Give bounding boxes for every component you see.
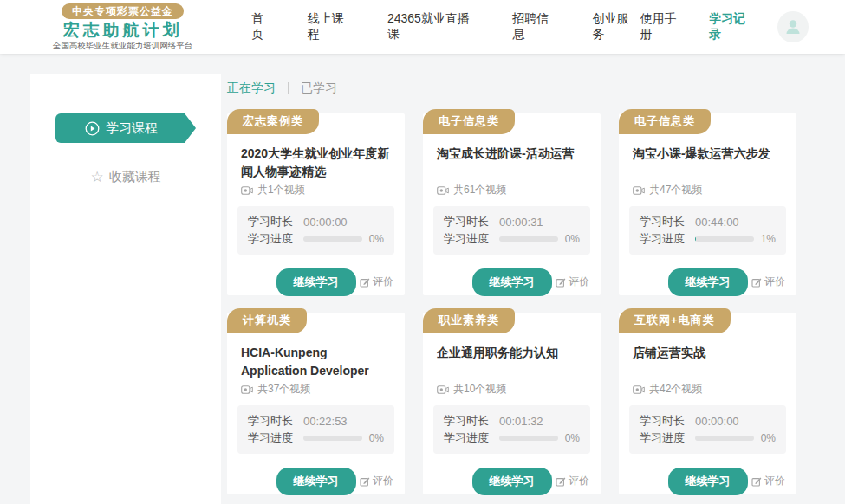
- progress-bar: [499, 436, 558, 441]
- edit-icon: [360, 476, 370, 487]
- progress-row: 学习进度 0%: [248, 430, 384, 447]
- progress-label: 学习进度: [444, 430, 489, 446]
- duration-label: 学习时长: [248, 214, 293, 229]
- card-footer: 继续学习 评价: [619, 268, 796, 293]
- evaluate-label: 评价: [764, 474, 785, 488]
- stats-box: 学习时长 00:22:53 学习进度 0%: [237, 405, 394, 454]
- progress-bar: [303, 436, 362, 441]
- continue-learning-button[interactable]: 继续学习: [668, 468, 748, 495]
- duration-row: 学习时长 00:00:31: [444, 213, 580, 230]
- continue-learning-button[interactable]: 继续学习: [472, 268, 552, 296]
- edit-icon: [556, 277, 566, 288]
- sidebar-item-label: 收藏课程: [109, 169, 161, 185]
- learning-record-link[interactable]: 学习记录: [709, 11, 757, 42]
- edit-icon: [751, 277, 762, 288]
- video-camera-icon: [437, 185, 449, 196]
- person-icon: [783, 17, 803, 36]
- card-footer: 继续学习 评价: [227, 268, 405, 293]
- brand-logo: 中央专项彩票公益金 宏志助航计划 全国高校毕业生就业能力培训网络平台: [30, 3, 215, 50]
- duration-label: 学习时长: [444, 214, 489, 229]
- video-count: 共61个视频: [453, 183, 506, 197]
- progress-label: 学习进度: [640, 430, 685, 446]
- tab-learned[interactable]: 已学习: [301, 81, 337, 96]
- course-card: 宏志案例类 2020大学生就业创业年度新闻人物事迹精选 共1个视频 学习时长 0…: [227, 113, 405, 295]
- evaluate-label: 评价: [373, 275, 393, 289]
- category-badge: 计算机类: [227, 308, 307, 333]
- video-camera-icon: [241, 384, 253, 395]
- evaluate-link[interactable]: 评价: [556, 474, 589, 488]
- nav-item-entrepreneurship[interactable]: 创业服务: [593, 11, 640, 42]
- user-avatar[interactable]: [777, 11, 809, 42]
- nav-item-online-courses[interactable]: 线上课程: [308, 11, 355, 42]
- stats-box: 学习时长 00:00:00 学习进度 0%: [237, 206, 394, 255]
- sidebar-item-favorite-courses[interactable]: ☆ 收藏课程: [30, 169, 221, 185]
- progress-label: 学习进度: [640, 231, 685, 247]
- course-card: 职业素养类 企业通用职务能力认知 共10个视频 学习时长 00:01:32 学习…: [423, 313, 601, 494]
- course-grid: 宏志案例类 2020大学生就业创业年度新闻人物事迹精选 共1个视频 学习时长 0…: [227, 113, 797, 494]
- video-count: 共42个视频: [649, 382, 702, 397]
- card-footer: 继续学习 评价: [227, 468, 405, 492]
- evaluate-label: 评价: [569, 474, 589, 488]
- edit-icon: [556, 476, 566, 487]
- duration-value: 00:00:00: [695, 415, 739, 428]
- brand-badge: 中央专项彩票公益金: [62, 3, 184, 19]
- course-card: 电子信息类 淘宝成长进阶课-活动运营 共61个视频 学习时长 00:00:31 …: [423, 113, 601, 295]
- evaluate-link[interactable]: 评价: [360, 275, 393, 289]
- evaluate-label: 评价: [373, 474, 393, 488]
- video-count-row: 共47个视频: [619, 183, 796, 197]
- evaluate-link[interactable]: 评价: [360, 474, 393, 488]
- tab-divider: [288, 82, 289, 94]
- evaluate-link[interactable]: 评价: [751, 474, 785, 488]
- evaluate-label: 评价: [764, 275, 785, 289]
- evaluate-link[interactable]: 评价: [556, 275, 589, 289]
- video-camera-icon: [633, 384, 645, 395]
- category-badge: 互联网+电商类: [619, 308, 731, 333]
- category-badge: 电子信息类: [619, 109, 711, 134]
- progress-row: 学习进度 0%: [248, 230, 384, 248]
- nav-item-live-courses[interactable]: 24365就业直播课: [387, 11, 480, 42]
- course-tabs: 正在学习 已学习: [227, 74, 797, 96]
- star-icon: ☆: [90, 170, 103, 184]
- progress-label: 学习进度: [444, 231, 489, 247]
- category-badge: 宏志案例类: [227, 109, 319, 134]
- duration-label: 学习时长: [640, 214, 685, 229]
- progress-bar: [695, 436, 754, 441]
- nav-item-home[interactable]: 首页: [251, 11, 276, 42]
- progress-percent: 0%: [369, 432, 384, 444]
- stats-box: 学习时长 00:00:00 学习进度 0%: [629, 405, 786, 454]
- brand-title: 宏志助航计划: [30, 22, 215, 38]
- progress-label: 学习进度: [248, 231, 293, 247]
- video-count: 共47个视频: [649, 183, 702, 197]
- evaluate-link[interactable]: 评价: [751, 275, 785, 289]
- category-badge: 职业素养类: [423, 308, 515, 333]
- evaluate-label: 评价: [569, 275, 589, 289]
- main-nav: 首页 线上课程 24365就业直播课 招聘信息 创业服务: [251, 11, 640, 42]
- duration-row: 学习时长 00:22:53: [248, 412, 384, 430]
- tab-currently-learning[interactable]: 正在学习: [227, 81, 276, 96]
- continue-learning-button[interactable]: 继续学习: [276, 268, 356, 296]
- video-count-row: 共37个视频: [227, 382, 405, 397]
- course-card: 计算机类 HCIA-Kunpeng Application Developer …: [227, 313, 405, 494]
- edit-icon: [751, 476, 762, 487]
- continue-learning-button[interactable]: 继续学习: [276, 468, 356, 495]
- duration-value: 00:44:00: [695, 216, 739, 229]
- play-circle-icon: [85, 121, 100, 136]
- duration-row: 学习时长 00:01:32: [444, 412, 580, 430]
- sidebar-item-learning-courses[interactable]: 学习课程: [55, 113, 196, 143]
- main-content: 正在学习 已学习 宏志案例类 2020大学生就业创业年度新闻人物事迹精选 共1个…: [227, 74, 797, 494]
- progress-percent: 1%: [761, 233, 776, 245]
- header-right: 使用手册 学习记录: [640, 11, 809, 42]
- video-camera-icon: [633, 185, 645, 196]
- user-manual-link[interactable]: 使用手册: [640, 11, 688, 42]
- progress-row: 学习进度 0%: [640, 430, 776, 447]
- continue-learning-button[interactable]: 继续学习: [472, 468, 552, 495]
- nav-item-recruitment[interactable]: 招聘信息: [512, 11, 560, 42]
- video-camera-icon: [437, 384, 449, 395]
- progress-label: 学习进度: [248, 430, 293, 446]
- continue-learning-button[interactable]: 继续学习: [668, 268, 748, 296]
- progress-bar: [303, 236, 362, 242]
- duration-value: 00:22:53: [303, 415, 348, 428]
- card-footer: 继续学习 评价: [423, 468, 601, 492]
- progress-row: 学习进度 0%: [444, 430, 580, 447]
- video-count-row: 共42个视频: [619, 382, 796, 397]
